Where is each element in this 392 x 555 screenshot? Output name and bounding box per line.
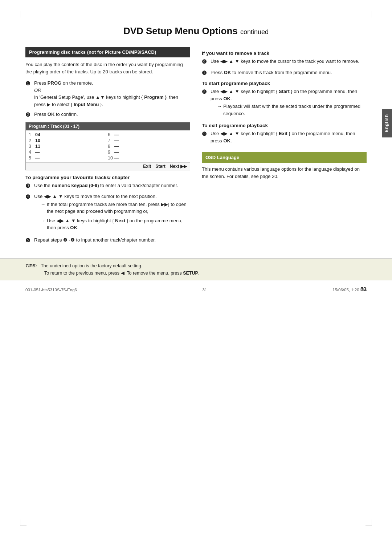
step-5-content: Repeat steps ❸~❹ to input another track/… (34, 236, 190, 244)
step-num-3: ❸ (25, 182, 33, 190)
prog-table-footer: Exit Start Next ▶▶ (26, 162, 190, 170)
step-4-arrow-2: → Use ◀▶ ▲ ▼ keys to highlight { Next } … (41, 217, 190, 231)
subheading-remove-track: If you want to remove a track (202, 50, 367, 56)
prog-table: Program : Track (01 - 17) 104 6— 210 7— … (25, 122, 190, 170)
prog-footer-start: Start (155, 164, 165, 169)
step-2-content: Press OK to confirm. (34, 111, 190, 118)
prog-table-rows: 104 6— 210 7— 311 8— 4— 9— 5— 10— (29, 132, 187, 161)
step-num-4: ❹ (25, 193, 33, 201)
step-1-content: Press PROG on the remote. OR In 'General… (34, 80, 190, 108)
step-1: ❶ Press PROG on the remote. OR In 'Gener… (25, 80, 190, 108)
step-6: ❻ Use ◀▶ ▲ ▼ keys to move the cursor to … (202, 58, 367, 66)
section-intro: You can play the contents of the disc in… (25, 61, 190, 75)
step-3: ❸ Use the numeric keypad (0-9) to enter … (25, 182, 190, 190)
prog-row-3: 311 (29, 143, 108, 149)
underlined-option: underlined option (50, 263, 85, 268)
step-9: ❾ Use ◀▶ ▲ ▼ keys to highlight { Exit } … (202, 130, 367, 144)
step-8-arrow: → Playback will start with the selected … (217, 103, 367, 117)
page: English DVD Setup Menu Options continued… (0, 0, 392, 555)
step-8: ❽ Use ◀▶ ▲ ▼ keys to highlight { Start }… (202, 88, 367, 119)
step-num-8: ❽ (202, 88, 209, 96)
step-3-content: Use the numeric keypad (0-9) to enter a … (34, 182, 190, 189)
step-8-content: Use ◀▶ ▲ ▼ keys to highlight { Start } o… (211, 88, 367, 119)
prog-table-body: 104 6— 210 7— 311 8— 4— 9— 5— 10— (26, 130, 190, 162)
prog-row-2: 210 (29, 138, 108, 143)
prog-row-5: 5— (29, 155, 108, 161)
prog-table-header: Program : Track (01 - 17) (26, 122, 190, 130)
step-2: ❷ Press OK to confirm. (25, 111, 190, 119)
corner-mark-br (366, 519, 372, 526)
step-7: ❼ Press OK to remove this track from the… (202, 69, 367, 77)
prog-row-7: 7— (108, 138, 187, 143)
corner-mark-tl (20, 11, 26, 17)
tips-line2: To return to the previous menu, press ◀ … (44, 271, 199, 276)
step-4: ❹ Use ◀▶ ▲ ▼ keys to move the cursor to … (25, 193, 190, 234)
prog-row-10: 10— (108, 155, 187, 161)
tips-bar: TIPS: The underlined option is the facto… (0, 258, 392, 280)
step-num-1: ❶ (25, 80, 33, 88)
subheading-fav-tracks: To programme your favourite tracks/ chap… (25, 175, 190, 180)
corner-mark-bl (20, 519, 26, 526)
footer-center: 31 (203, 288, 207, 292)
tips-label: TIPS: (25, 263, 37, 268)
step-num-2: ❷ (25, 111, 33, 119)
right-column: If you want to remove a track ❻ Use ◀▶ ▲… (202, 47, 367, 247)
left-column: Programming disc tracks (not for Picture… (25, 47, 190, 247)
corner-mark-tr (366, 11, 372, 17)
page-title: DVD Setup Menu Options continued (29, 25, 363, 37)
prog-row-1: 104 (29, 132, 108, 138)
step-9-content: Use ◀▶ ▲ ▼ keys to highlight { Exit } on… (211, 130, 367, 144)
step-7-content: Press OK to remove this track from the p… (211, 69, 367, 76)
step-6-content: Use ◀▶ ▲ ▼ keys to move the cursor to th… (211, 58, 367, 65)
osd-text: This menu contains various language opti… (202, 166, 367, 180)
step-num-9: ❾ (202, 130, 209, 138)
page-number: 31 (360, 285, 367, 292)
step-num-6: ❻ (202, 58, 209, 66)
prog-row-9: 9— (108, 149, 187, 155)
subheading-start-playback: To start programme playback (202, 81, 367, 86)
subheading-exit-playback: To exit programme playback (202, 123, 367, 128)
prog-row-6: 6— (108, 132, 187, 138)
step-4-arrow-1: → If the total programme tracks are more… (41, 201, 190, 215)
language-tab: English (382, 109, 392, 137)
step-4-content: Use ◀▶ ▲ ▼ keys to move the cursor to th… (34, 193, 190, 234)
section-header-programming: Programming disc tracks (not for Picture… (25, 47, 190, 57)
step-num-5: ❺ (25, 236, 33, 245)
prog-footer-next: Next ▶▶ (170, 164, 187, 169)
prog-footer-exit: Exit (143, 164, 151, 169)
prog-row-8: 8— (108, 143, 187, 149)
step-num-7: ❼ (202, 69, 209, 77)
osd-language-header: OSD Language (202, 152, 367, 163)
content-area: Programming disc tracks (not for Picture… (0, 47, 392, 247)
footer-left: 001-051-hts5310S-75-Eng6 (25, 288, 77, 292)
prog-row-4: 4— (29, 149, 108, 155)
step-5: ❺ Repeat steps ❸~❹ to input another trac… (25, 236, 190, 245)
